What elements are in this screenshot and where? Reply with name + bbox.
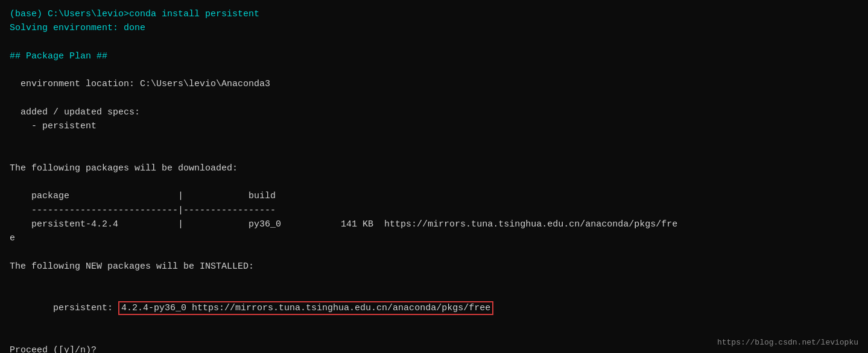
terminal-line-env-location: environment location: C:\Users\levio\Ana…	[10, 77, 858, 91]
terminal-line-new-pkg-header: The following NEW packages will be INSTA…	[10, 260, 858, 273]
terminal-blank-1	[10, 36, 858, 49]
terminal-line-added-updated: added / updated specs:	[10, 105, 858, 119]
terminal-blank-6	[10, 175, 858, 189]
terminal-line-cmd: (base) C:\Users\levio>conda install pers…	[10, 7, 858, 21]
terminal-line-persistent-spec: - persistent	[10, 119, 858, 133]
terminal-line-col-header: package | build	[10, 189, 858, 203]
terminal-line-e-suffix: e	[10, 231, 858, 245]
terminal-line-divider: ---------------------------|------------…	[10, 204, 858, 217]
terminal-blank-3	[10, 92, 858, 105]
terminal-line-solving: Solving environment: done	[10, 21, 858, 35]
terminal-line-pkg-row: persistent-4.2.4 | py36_0 141 KB https:/…	[10, 217, 858, 231]
terminal-blank-7	[10, 245, 858, 259]
terminal-line-download-header: The following packages will be downloade…	[10, 161, 858, 175]
terminal-blank-2	[10, 63, 858, 77]
terminal-blank-5	[10, 148, 858, 161]
terminal-blank-8	[10, 273, 858, 287]
terminal-window: (base) C:\Users\levio>conda install pers…	[0, 0, 868, 353]
terminal-line-pkg-plan: ## Package Plan ##	[10, 49, 858, 63]
installed-pkg-value-highlighted: 4.2.4-py36_0 https://mirrors.tuna.tsingh…	[118, 301, 493, 315]
terminal-line-installed-pkg: persistent: 4.2.4-py36_0 https://mirrors…	[10, 287, 858, 330]
watermark: https://blog.csdn.net/leviopku	[717, 338, 858, 347]
terminal-blank-4	[10, 133, 858, 147]
installed-pkg-label: persistent:	[31, 303, 118, 313]
